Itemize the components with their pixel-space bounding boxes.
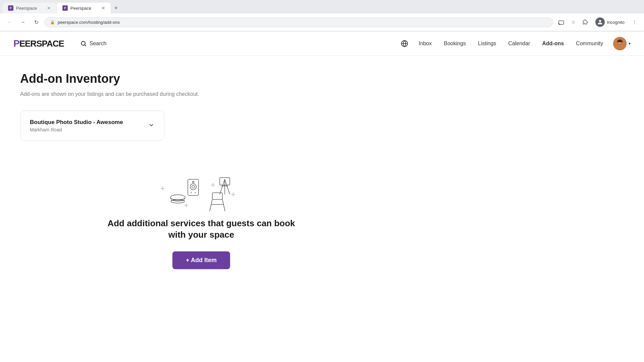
incognito-profile[interactable]: Incognito (592, 16, 628, 28)
site-header: PEERSPACE Search Inbox Bookings Listings… (0, 32, 644, 56)
listing-name: Boutique Photo Studio - Awesome (30, 119, 123, 126)
back-button[interactable]: ← (4, 17, 15, 27)
logo[interactable]: PEERSPACE (13, 38, 64, 49)
empty-heading-line2: with your space (168, 230, 234, 240)
globe-icon (401, 40, 408, 47)
toolbar-actions: ☆ Incognito ⋮ (556, 16, 640, 28)
user-avatar (613, 37, 627, 50)
tab-close-1[interactable]: ✕ (47, 5, 51, 11)
menu-button[interactable]: ⋮ (629, 17, 640, 27)
browser-toolbar: ← → ↻ 🔒 peerspace.com/hosting/add-ons ☆ … (0, 13, 644, 31)
incognito-label: Incognito (607, 20, 625, 25)
empty-illustration: + + + + (144, 161, 258, 218)
svg-point-1 (81, 41, 85, 45)
extension-button[interactable] (580, 17, 591, 27)
svg-rect-12 (188, 179, 199, 195)
address-text: peerspace.com/hosting/add-ons (58, 20, 120, 25)
tab-favicon-1: P (8, 5, 13, 11)
nav-calendar[interactable]: Calendar (503, 38, 535, 49)
svg-point-14 (192, 185, 195, 188)
listing-info: Boutique Photo Studio - Awesome Markham … (30, 119, 123, 132)
lock-icon: 🔒 (50, 20, 55, 24)
user-menu-chevron: ▾ (629, 41, 631, 46)
svg-point-15 (193, 181, 194, 183)
incognito-avatar (595, 17, 605, 27)
globe-button[interactable] (398, 37, 411, 50)
cast-button[interactable] (556, 17, 567, 27)
nav-community[interactable]: Community (571, 38, 608, 49)
address-bar[interactable]: 🔒 peerspace.com/hosting/add-ons (44, 17, 553, 27)
nav-listings[interactable]: Listings (473, 38, 501, 49)
tab-label-2: Peerspace (70, 6, 91, 11)
empty-heading-line1: Add additional services that guests can … (107, 218, 295, 228)
svg-point-13 (190, 184, 196, 190)
search-button[interactable]: Search (75, 38, 112, 50)
listing-address: Markham Road (30, 127, 123, 132)
page-title: Add-on Inventory (20, 72, 382, 86)
add-item-button[interactable]: + Add Item (172, 251, 230, 269)
nav-inbox[interactable]: Inbox (414, 38, 436, 49)
forward-button[interactable]: → (17, 17, 28, 27)
nav-bookings[interactable]: Bookings (439, 38, 471, 49)
bookmark-button[interactable]: ☆ (568, 17, 579, 27)
page-subtitle: Add-ons are shown on your listings and c… (20, 91, 382, 97)
tab-close-2[interactable]: ✕ (101, 5, 105, 11)
empty-state: + + + + (20, 141, 382, 283)
svg-line-26 (210, 199, 212, 211)
svg-line-27 (222, 199, 225, 211)
new-tab-button[interactable]: + (111, 3, 121, 13)
user-menu[interactable]: ▾ (613, 37, 631, 50)
browser-tabs: P Peerspace ✕ P Peerspace ✕ + (0, 0, 644, 13)
listing-selector[interactable]: Boutique Photo Studio - Awesome Markham … (20, 111, 164, 141)
browser-tab-1[interactable]: P Peerspace ✕ (3, 3, 56, 13)
search-icon (80, 40, 87, 47)
svg-text:+: + (160, 184, 165, 193)
main-content: Add-on Inventory Add-ons are shown on yo… (0, 56, 402, 299)
illustration: + + + + (27, 161, 376, 218)
svg-text:+: + (211, 180, 215, 189)
listing-chevron-icon (148, 122, 155, 130)
browser-tab-2[interactable]: P Peerspace ✕ (57, 3, 111, 13)
svg-line-19 (225, 179, 230, 194)
main-nav: Inbox Bookings Listings Calendar Add-ons… (398, 37, 631, 50)
nav-addons[interactable]: Add-ons (537, 38, 569, 49)
tab-label-1: Peerspace (16, 6, 37, 11)
empty-heading: Add additional services that guests can … (107, 218, 295, 241)
reload-button[interactable]: ↻ (31, 17, 42, 27)
logo-text: PEERSPACE (13, 38, 64, 49)
search-label: Search (90, 41, 107, 47)
svg-rect-25 (212, 193, 222, 199)
browser-chrome: P Peerspace ✕ P Peerspace ✕ + ← → ↻ 🔒 pe… (0, 0, 644, 32)
svg-line-18 (220, 179, 225, 194)
tab-favicon-2: P (62, 5, 68, 11)
svg-text:+: + (231, 190, 235, 199)
